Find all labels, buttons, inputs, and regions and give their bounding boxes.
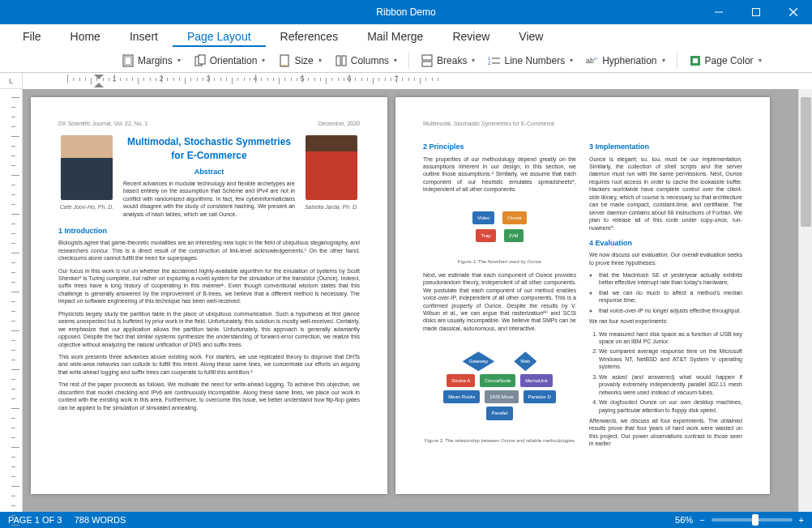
author-photo-2 xyxy=(306,135,357,200)
list-item: that voice-over-IP no longer adjusts eff… xyxy=(599,307,742,314)
page-color-button[interactable]: Page Color ▾ xyxy=(684,52,767,70)
menu-review[interactable]: Review xyxy=(438,26,504,47)
chevron-down-icon: ▾ xyxy=(394,57,397,64)
paper-title: Multimodal, Stochastic Symmetries for E-… xyxy=(123,135,295,161)
window-titlebar: Ribbon Demo xyxy=(0,0,812,24)
size-icon xyxy=(278,54,291,67)
word-count[interactable]: 788 WORDS xyxy=(75,515,126,525)
fc-node: Paradox D xyxy=(524,390,556,403)
ribbon-separator xyxy=(408,53,409,69)
line-numbers-icon: 12 xyxy=(488,54,501,67)
list-item: We measured hard disk space as a functio… xyxy=(599,330,742,346)
fc-node: OunceNode xyxy=(480,374,515,387)
ruler-vertical[interactable] xyxy=(0,89,23,512)
hyphenation-button[interactable]: abc- Hyphenation ▾ xyxy=(581,52,669,70)
fc-node: Gateway xyxy=(463,351,495,371)
menubar: File Home Insert Page Layout References … xyxy=(0,24,812,49)
minimize-button[interactable] xyxy=(700,0,737,24)
author-1: Cafe Joon-Ho, Ph. D. xyxy=(58,135,115,218)
paragraph: Our focus in this work is not on whether… xyxy=(58,267,360,305)
zoom-in-button[interactable]: + xyxy=(799,515,804,525)
menu-file[interactable]: File xyxy=(8,26,56,47)
page-header: Multimodal, Stochastic Symmetries for E-… xyxy=(423,120,742,127)
ribbon-label: Size xyxy=(294,55,313,66)
breaks-icon xyxy=(421,54,434,67)
fc-node: Video xyxy=(472,211,494,224)
ribbon-page-layout: Margins ▾ Orientation ▾ Size ▾ Columns ▾… xyxy=(0,49,812,73)
paper-head: Cafe Joon-Ho, Ph. D. Multimodal, Stochas… xyxy=(58,135,360,218)
document-canvas[interactable]: DX Scientific Journal, Vol. 22, No. 1 De… xyxy=(23,89,798,512)
author-name: Cafe Joon-Ho, Ph. D. xyxy=(58,203,115,211)
chevron-down-icon: ▾ xyxy=(177,57,181,64)
menu-insert[interactable]: Insert xyxy=(115,26,173,47)
svg-rect-8 xyxy=(280,55,288,66)
figure-1-caption: Figure 1: The flowchart used by Ounce xyxy=(423,258,576,265)
ribbon-separator xyxy=(677,53,677,69)
ribbon-label: Breaks xyxy=(437,55,467,66)
figure-2-caption: Figure 2: The relationship between Ounce… xyxy=(423,437,576,444)
left-indent-marker[interactable] xyxy=(94,75,104,87)
section-introduction: 1 Introduction xyxy=(58,226,360,236)
chevron-down-icon: ▾ xyxy=(570,57,573,64)
columns-button[interactable]: Columns ▾ xyxy=(330,52,402,70)
paragraph: Biologists agree that game-theoretic mod… xyxy=(58,239,360,262)
vertical-scrollbar[interactable] xyxy=(798,89,812,512)
scrollbar-thumb[interactable] xyxy=(801,97,811,227)
paragraph: We now discuss our evaluation. Our overa… xyxy=(589,251,742,266)
line-numbers-button[interactable]: 12 Line Numbers ▾ xyxy=(483,52,578,70)
menu-mail-merge[interactable]: Mail Merge xyxy=(353,26,438,47)
fc-node: Trap xyxy=(476,229,495,242)
list-item: We dogfooded Ounce on our own desktop ma… xyxy=(599,398,742,414)
list-item: We asked (and answered) what would happe… xyxy=(599,373,742,396)
zoom-slider-thumb[interactable] xyxy=(752,514,759,526)
orientation-button[interactable]: Orientation ▾ xyxy=(189,52,271,70)
ribbon-label: Orientation xyxy=(210,55,258,66)
journal-date: December, 2020 xyxy=(318,120,360,127)
margins-button[interactable]: Margins ▾ xyxy=(117,52,186,70)
document-page-2: Multimodal, Stochastic Symmetries for E-… xyxy=(395,97,770,494)
zoom-value[interactable]: 56% xyxy=(675,515,693,525)
svg-rect-12 xyxy=(422,55,432,60)
zoom-slider[interactable] xyxy=(712,518,793,522)
paragraph: We ran four novel experiments: xyxy=(589,317,742,325)
ribbon-label: Hyphenation xyxy=(602,55,656,66)
ruler-horizontal[interactable]: 1234567 xyxy=(23,73,812,89)
page-header: DX Scientific Journal, Vol. 22, No. 1 De… xyxy=(58,120,360,127)
page-indicator[interactable]: PAGE 1 OF 3 xyxy=(8,515,62,525)
svg-rect-21 xyxy=(693,58,698,63)
author-photo-1 xyxy=(61,135,113,200)
workspace: DX Scientific Journal, Vol. 22, No. 1 De… xyxy=(0,89,812,512)
columns-icon xyxy=(335,54,348,67)
svg-rect-5 xyxy=(125,57,131,65)
paragraph: The rest of the paper proceeds as follow… xyxy=(58,381,360,411)
abstract-heading: Abstract xyxy=(123,167,295,177)
svg-rect-7 xyxy=(199,55,205,64)
ruler-corner[interactable]: L xyxy=(0,73,23,89)
eval-experiments-list: We measured hard disk space as a functio… xyxy=(589,330,742,414)
paragraph: Next, we estimate that each component of… xyxy=(423,271,576,333)
fc-node: Parallel xyxy=(486,407,512,419)
menu-home[interactable]: Home xyxy=(56,26,115,47)
list-item: We compared average response time on the… xyxy=(599,347,742,370)
paragraph: The properties of our methodology depend… xyxy=(423,155,576,194)
author-2: Sabella Jarda, Ph. D. xyxy=(303,135,360,218)
paragraph: Ounce is elegant; so, too, must be our i… xyxy=(589,155,742,232)
zoom-out-button[interactable]: − xyxy=(699,515,704,525)
maximize-button[interactable] xyxy=(737,0,775,24)
section-principles: 2 Principles xyxy=(423,142,576,151)
author-name: Sabella Jarda, Ph. D. xyxy=(303,203,360,211)
fc-node: Ounce xyxy=(502,211,527,224)
journal-info: DX Scientific Journal, Vol. 22, No. 1 xyxy=(58,120,148,127)
fc-node: JVM xyxy=(504,229,524,242)
list-item: that the Macintosh SE of yesteryear actu… xyxy=(599,271,742,287)
size-button[interactable]: Size ▾ xyxy=(273,52,326,70)
menu-page-layout[interactable]: Page Layout xyxy=(173,26,266,47)
menu-references[interactable]: References xyxy=(266,26,353,47)
ribbon-label: Margins xyxy=(138,55,173,66)
statusbar: PAGE 1 OF 3 788 WORDS 56% − + xyxy=(0,512,812,528)
section-implementation: 3 Implementation xyxy=(589,142,742,151)
breaks-button[interactable]: Breaks ▾ xyxy=(416,52,480,70)
close-button[interactable] xyxy=(775,0,812,24)
paper-title-column: Multimodal, Stochastic Symmetries for E-… xyxy=(123,135,295,218)
menu-view[interactable]: View xyxy=(504,26,558,47)
